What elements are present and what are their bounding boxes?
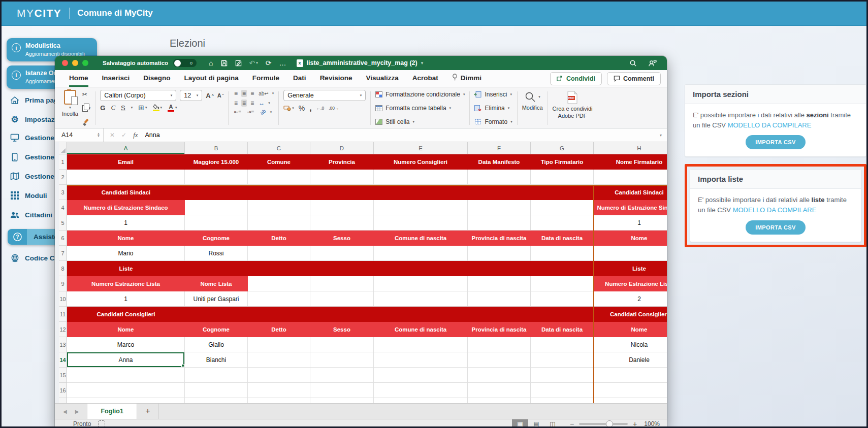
cell-G7[interactable] — [531, 246, 594, 261]
cell-E5[interactable] — [374, 215, 468, 231]
cell-D16[interactable] — [310, 383, 374, 398]
increase-font-icon[interactable]: A^ — [206, 92, 213, 100]
align-center-icon[interactable]: ≡ — [241, 100, 247, 107]
cell-C13[interactable] — [248, 337, 310, 352]
share-button[interactable]: Condividi — [550, 72, 602, 85]
ribbon-tab-acrobat[interactable]: Acrobat — [412, 70, 438, 87]
ribbon-tab-disegno[interactable]: Disegno — [143, 70, 170, 87]
cell-F15[interactable] — [468, 368, 531, 383]
cell-F4[interactable] — [468, 200, 531, 215]
edit-button[interactable]: ▾ Modifica — [522, 90, 543, 126]
row-header-6[interactable]: 6 — [59, 231, 67, 246]
home-icon[interactable]: ⌂ — [209, 59, 213, 67]
cell-styles-button[interactable]: Stili cella▾ — [375, 118, 465, 126]
cell-G1[interactable]: Tipo Firmatario — [531, 154, 594, 170]
decrease-indent-icon[interactable]: ⇤≡ — [233, 109, 242, 115]
copy-icon[interactable]: ▾ — [82, 105, 91, 112]
merged-banner-cell-row8[interactable]: Liste — [67, 261, 594, 276]
save-as-icon[interactable] — [235, 60, 242, 67]
cell-B1[interactable]: Maggiore 15.000 — [185, 154, 248, 170]
cell-F1[interactable]: Data Manifesto — [468, 154, 531, 170]
cell-A13[interactable]: Marco — [67, 337, 185, 352]
cell-C10[interactable] — [248, 291, 310, 307]
align-left-icon[interactable]: ≡ — [233, 100, 239, 107]
ribbon-tab-home[interactable]: Home — [69, 70, 88, 87]
cut-icon[interactable]: ✂ — [82, 91, 91, 97]
cell-G17[interactable] — [531, 398, 594, 403]
redo-button[interactable]: ⟳ — [266, 59, 272, 67]
cell-D5[interactable] — [310, 215, 374, 231]
underline-button[interactable]: S — [121, 104, 125, 112]
cell-D6[interactable]: Sesso — [310, 231, 374, 246]
cell-A5[interactable]: 1 — [67, 215, 185, 231]
cell-G4[interactable] — [531, 200, 594, 215]
row-header-17[interactable]: 17 — [59, 398, 67, 403]
cell-C9[interactable] — [248, 276, 310, 291]
format-as-table-button[interactable]: Formatta come tabella▾ — [375, 104, 465, 112]
column-header-H[interactable]: H — [594, 142, 667, 154]
merge-center-icon[interactable]: ↔ — [258, 100, 266, 107]
sidebar-item-cittadini[interactable]: Cittadini — [10, 209, 52, 220]
search-icon[interactable] — [629, 59, 637, 67]
cell-E4[interactable] — [374, 200, 468, 215]
cell-A4[interactable]: Numero di Estrazione Sindaco — [67, 200, 185, 215]
row-header-14[interactable]: 14 — [59, 352, 67, 368]
cell-B10[interactable]: Uniti per Gaspari — [185, 291, 248, 307]
merged-banner-cell-row3[interactable]: Candidati Sindaci — [67, 185, 594, 200]
cell-E7[interactable] — [374, 246, 468, 261]
bold-button[interactable]: G — [100, 104, 105, 112]
cell-H12[interactable]: Nome — [594, 322, 667, 337]
row-header-3[interactable]: 3 — [59, 185, 67, 200]
cell-E9[interactable] — [374, 276, 468, 291]
cell-H5[interactable]: 1 — [594, 215, 667, 231]
cell-F2[interactable] — [468, 170, 531, 185]
currency-icon[interactable]: ▾ — [283, 105, 294, 111]
cell-D10[interactable] — [310, 291, 374, 307]
sheet-tab-foglio1[interactable]: Foglio1 — [87, 404, 137, 419]
adobe-pdf-button[interactable]: PDF Crea e condividiAdobe PDF — [553, 90, 593, 126]
cell-D15[interactable] — [310, 368, 374, 383]
cell-G2[interactable] — [531, 170, 594, 185]
cell-F7[interactable] — [468, 246, 531, 261]
fullscreen-button[interactable] — [82, 60, 88, 66]
ribbon-tab-formule[interactable]: Formule — [252, 70, 279, 87]
modello-da-compilare-link[interactable]: MODELLO DA COMPILARE — [728, 121, 812, 129]
cell-H10[interactable]: 2 — [594, 291, 667, 307]
row-header-10[interactable]: 10 — [59, 291, 67, 307]
cell-C2[interactable] — [248, 170, 310, 185]
cell-C14[interactable] — [248, 352, 310, 368]
selected-cell[interactable]: Anna — [67, 352, 185, 368]
cell-C16[interactable] — [248, 383, 310, 398]
cell-A15[interactable] — [67, 368, 185, 383]
cell-H8[interactable]: Liste — [594, 261, 667, 276]
cell-G14[interactable] — [531, 352, 594, 368]
confirm-icon[interactable]: ✓ — [121, 131, 126, 139]
cell-E6[interactable]: Comune di nascita — [374, 231, 468, 246]
cell-B17[interactable] — [185, 398, 248, 403]
cell-H11[interactable]: Candidati Consiglieri — [594, 307, 667, 322]
minimize-button[interactable] — [72, 60, 78, 66]
cell-A17[interactable] — [67, 398, 185, 403]
cell-B5[interactable] — [185, 215, 248, 231]
column-header-D[interactable]: D — [310, 142, 374, 154]
cell-A7[interactable]: Mario — [67, 246, 185, 261]
row-header-15[interactable]: 15 — [59, 368, 67, 383]
cell-B7[interactable]: Rossi — [185, 246, 248, 261]
cell-E16[interactable] — [374, 383, 468, 398]
cell-G13[interactable] — [531, 337, 594, 352]
autosave-toggle[interactable]: o — [173, 59, 197, 67]
borders-icon[interactable]: ⊞▾ — [138, 104, 147, 112]
cell-A10[interactable]: 1 — [67, 291, 185, 307]
cell-E10[interactable] — [374, 291, 468, 307]
cell-F14[interactable] — [468, 352, 531, 368]
add-sheet-button[interactable]: + — [137, 404, 159, 419]
cell-D4[interactable] — [310, 200, 374, 215]
cell-C12[interactable]: Detto — [248, 322, 310, 337]
cell-H6[interactable]: Nome — [594, 231, 667, 246]
cell-B6[interactable]: Cognome — [185, 231, 248, 246]
cell-B15[interactable] — [185, 368, 248, 383]
ribbon-tab-revisione[interactable]: Revisione — [320, 70, 352, 87]
row-header-4[interactable]: 4 — [59, 200, 67, 215]
zoom-slider-thumb[interactable] — [606, 420, 613, 427]
cell-F16[interactable] — [468, 383, 531, 398]
